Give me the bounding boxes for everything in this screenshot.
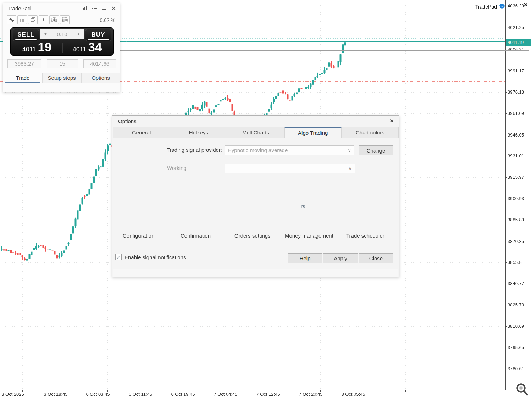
dialog-footer-strip [113, 269, 398, 277]
ma-close-icon[interactable]: ✕ [523, 2, 528, 8]
trading-app: 4036.294021.254006.213991.173976.133961.… [0, 0, 532, 399]
time-tick-label: 3 Oct 18:45 [44, 392, 67, 397]
time-tick-label: 7 Oct 04:45 [214, 392, 237, 397]
buy-price-pips: 34 [88, 41, 102, 53]
options-tab-hotkeys[interactable]: Hotkeys [170, 127, 227, 138]
grid-insert-right-icon[interactable] [60, 15, 70, 24]
tradepad-window: TradePad i 0.62 % SELL ▼ 0.10 ▲ BUY 4011… [3, 3, 120, 92]
options-link-orders-settings[interactable]: Orders settings [234, 233, 271, 239]
tradepad-titlebar[interactable]: TradePad [3, 3, 120, 14]
divider [113, 249, 398, 249]
price-tick-label: 3810.69 [508, 324, 524, 329]
time-tick-label: 7 Oct 12:45 [256, 392, 280, 397]
price-tick-label: 3961.09 [508, 111, 524, 116]
price-tick-label: 3885.89 [508, 217, 524, 222]
working-label: Working [167, 165, 187, 171]
options-link-trade-scheduler[interactable]: Trade scheduler [346, 233, 384, 239]
sell-price-main: 4011. [22, 46, 38, 53]
order-field-1[interactable]: 15 [47, 59, 78, 68]
minimize-icon[interactable] [101, 5, 107, 11]
tradepad-tabs: TradeSetup stopsOptions [3, 73, 120, 83]
tradepad-toolbar: i [7, 15, 70, 24]
price-tick-label: 3780.61 [508, 366, 524, 371]
price-tick-label: 3855.81 [508, 260, 524, 265]
options-tabs: GeneralHotkeysMultiChartsAlgo TradingCha… [113, 127, 399, 138]
signal-provider-value: Hypnotic moving average [228, 147, 288, 153]
windows-icon[interactable] [28, 15, 38, 24]
options-tab-chart-colors[interactable]: Chart colors [342, 127, 399, 138]
working-select[interactable]: ∨ [225, 164, 355, 173]
help-button[interactable]: Help [288, 253, 322, 263]
chevron-down-icon: ∨ [348, 164, 352, 173]
time-tick-label: 6 Oct 19:45 [171, 392, 195, 397]
buy-price: 4011. 34 [63, 41, 111, 55]
options-dialog: Options ✕ GeneralHotkeysMultiChartsAlgo … [112, 115, 399, 277]
close-button[interactable]: Close [359, 253, 393, 263]
info-icon[interactable]: i [39, 15, 48, 24]
options-tab-general[interactable]: General [113, 127, 170, 138]
buy-button-label: BUY [92, 31, 105, 38]
sell-button-label: SELL [17, 31, 34, 38]
chevron-down-icon: ∨ [348, 146, 351, 155]
apply-button[interactable]: Apply [323, 253, 358, 263]
options-link-money-management[interactable]: Money management [285, 233, 333, 239]
price-tick-label: 3900.93 [508, 196, 524, 201]
options-close-icon[interactable]: ✕ [389, 118, 394, 124]
signal-provider-label: Trading signal provider: [112, 147, 222, 153]
options-link-configuration[interactable]: Configuration [123, 233, 154, 239]
tradepad-tab-setup-stops[interactable]: Setup stops [42, 73, 81, 83]
price-tick-label: 3946.05 [508, 133, 524, 138]
order-field-2[interactable]: 4014.66 [83, 59, 116, 68]
chart-watermark: TradePad [475, 3, 505, 10]
price-divider [62, 43, 63, 53]
time-tick-label: 8 Oct 05:45 [341, 392, 365, 397]
price-tick-label: 3991.17 [508, 68, 524, 73]
quote-panel: SELL ▼ 0.10 ▲ BUY 4011. 19 4011. 34 [10, 27, 114, 56]
chart-logo-text: TradePad [475, 4, 497, 10]
volume-up-icon[interactable]: ▲ [77, 32, 81, 36]
time-tick-label: 6 Oct 11:45 [129, 392, 152, 397]
price-tick-label: 3825.73 [508, 303, 524, 307]
chart-bars-icon[interactable] [82, 5, 88, 11]
list-icon[interactable] [91, 5, 98, 11]
price-tick-label: 4006.21 [508, 47, 524, 52]
volume-stepper[interactable]: ▼ 0.10 ▲ [40, 29, 84, 39]
options-tab-multicharts[interactable]: MultiCharts [227, 127, 284, 138]
price-tick-label: 3870.85 [508, 239, 524, 244]
enable-notifications-label: Enable signal notifications [124, 254, 186, 260]
tradepad-title: TradePad [7, 5, 31, 11]
price-tick-label: 4036.29 [508, 4, 524, 9]
enable-notifications-checkbox[interactable]: ✓ [115, 254, 122, 260]
depth-table-icon[interactable] [17, 15, 27, 24]
order-arrows-icon[interactable] [7, 15, 16, 24]
grid-insert-down-icon[interactable] [49, 15, 59, 24]
price-tick-label: 3795.65 [508, 345, 524, 350]
sell-price: 4011. 19 [13, 41, 61, 55]
signal-provider-select[interactable]: Hypnotic moving average ∨ [225, 145, 354, 155]
magnifier-icon[interactable] [515, 382, 529, 398]
sell-button[interactable]: SELL [13, 29, 39, 41]
options-dialog-title: Options [118, 118, 137, 124]
buy-button[interactable]: BUY [85, 29, 111, 41]
change-button[interactable]: Change [359, 145, 393, 155]
close-icon[interactable] [110, 5, 117, 11]
tradepad-tab-options[interactable]: Options [81, 73, 120, 83]
current-price-tag: 4011.19 [506, 39, 531, 46]
options-link-confirmation[interactable]: Confirmation [181, 233, 211, 239]
price-tick-label: 3840.77 [508, 281, 524, 286]
spread-percent: 0.62 % [100, 17, 115, 23]
volume-down-icon[interactable]: ▼ [44, 32, 48, 36]
options-tab-algo-trading[interactable]: Algo Trading [284, 127, 342, 138]
order-field-0[interactable]: 3983.27 [7, 59, 41, 68]
price-tick-label: 3915.97 [508, 175, 524, 180]
price-tick-label: 4021.25 [508, 25, 524, 30]
sell-price-pips: 19 [38, 41, 51, 53]
time-tick-label: 6 Oct 03:45 [86, 392, 110, 397]
tradepad-tab-trade[interactable]: Trade [3, 73, 42, 83]
volume-value[interactable]: 0.10 [57, 31, 67, 37]
order-fields: 3983.27154014.66 [3, 59, 120, 68]
price-tick-label: 3931.01 [508, 154, 524, 159]
graduation-cap-icon [498, 3, 505, 10]
svg-text:i: i [43, 17, 44, 22]
buy-price-main: 4011. [73, 46, 88, 53]
